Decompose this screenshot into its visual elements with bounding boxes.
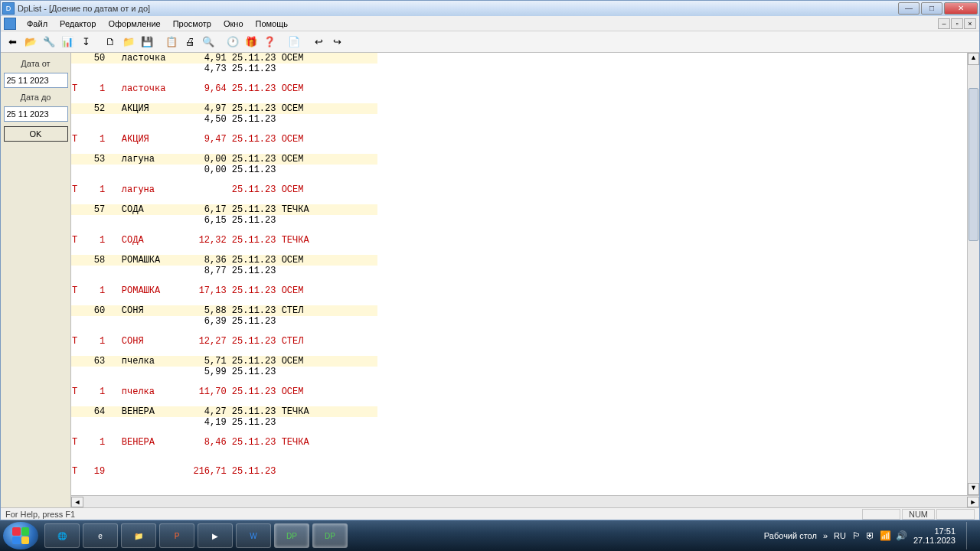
report-row: 63 пчелка 5,71 25.11.23 ОСЕМ xyxy=(71,356,377,367)
report-row: 0,00 25.11.23 xyxy=(71,165,377,175)
report-row: 53 лагуна 0,00 25.11.23 ОСЕМ xyxy=(71,154,377,165)
report-row: 50 ласточка 4,91 25.11.23 ОСЕМ xyxy=(71,53,377,64)
taskbar-word[interactable]: W xyxy=(236,523,271,548)
report-row: 8,77 25.11.23 xyxy=(71,266,377,276)
date-from-label: Дата от xyxy=(21,59,50,68)
app-icon: D xyxy=(2,2,15,15)
report-row: 58 РОМАШКА 8,36 25.11.23 ОСЕМ xyxy=(71,255,377,266)
status-help-text: For Help, press F1 xyxy=(5,510,75,519)
scroll-right-button[interactable]: ► xyxy=(967,497,979,507)
taskbar-chrome[interactable]: 🌐 xyxy=(44,523,80,548)
toolbar-btn-3[interactable]: 📊 xyxy=(59,34,76,51)
taskbar-explorer[interactable]: 📁 xyxy=(121,523,156,548)
tray-flag-icon[interactable]: 🏳 xyxy=(852,530,861,541)
report-row: Т 1 СОДА 12,32 25.11.23 ТЕЧКА xyxy=(71,235,377,246)
report-row: Т 1 РОМАШКА 17,13 25.11.23 ОСЕМ xyxy=(71,285,377,296)
report-row: Т 19 216,71 25.11.23 xyxy=(71,466,377,477)
titlebar: D DpList - [Доение по датам от и до] — □… xyxy=(1,1,979,16)
system-tray: Рабочий стол » RU 🏳 ⛨ 📶 🔊 17:51 27.11.20… xyxy=(764,522,977,549)
toolbar-btn-21[interactable]: ↪ xyxy=(328,34,345,51)
menu-5[interactable]: Помощь xyxy=(250,18,295,30)
taskbar-powerpoint[interactable]: P xyxy=(159,523,194,548)
report-area[interactable]: 50 ласточка 4,91 25.11.23 ОСЕМ 4,73 25.1… xyxy=(71,53,967,495)
mdi-restore-button[interactable]: ▫ xyxy=(951,18,963,29)
tray-desktop-label[interactable]: Рабочий стол xyxy=(764,531,817,540)
report-row: 64 ВЕНЕРА 4,27 25.11.23 ТЕЧКА xyxy=(71,406,377,417)
report-row: 57 СОДА 6,17 25.11.23 ТЕЧКА xyxy=(71,204,377,215)
horizontal-scrollbar[interactable]: ◄ ► xyxy=(71,495,979,507)
taskbar-ie[interactable]: e xyxy=(83,523,118,548)
report-row: Т 1 пчелка 11,70 25.11.23 ОСЕМ xyxy=(71,386,377,397)
toolbar-btn-12[interactable]: 🔍 xyxy=(200,34,217,51)
filter-sidebar: Дата от Дата до OK xyxy=(1,53,71,507)
report-row: Т 1 ВЕНЕРА 8,46 25.11.23 ТЕЧКА xyxy=(71,437,377,448)
ok-button[interactable]: OK xyxy=(4,126,68,142)
toolbar-btn-1[interactable]: 📂 xyxy=(22,34,39,51)
menu-4[interactable]: Окно xyxy=(217,18,250,30)
taskbar-dplist-2[interactable]: DP xyxy=(312,523,348,548)
taskbar-dplist-1[interactable]: DP xyxy=(274,523,309,548)
menubar: ФайлРедакторОформлениеПросмотрОкноПомощь… xyxy=(1,16,979,31)
date-from-input[interactable] xyxy=(4,73,68,88)
statusbar: For Help, press F1 NUM xyxy=(1,507,979,520)
toolbar-btn-15[interactable]: 🎁 xyxy=(243,34,260,51)
app-window: D DpList - [Доение по датам от и до] — □… xyxy=(0,0,980,520)
taskbar: 🌐 e 📁 P ▶ W DP DP Рабочий стол » RU 🏳 ⛨ … xyxy=(0,520,980,551)
toolbar-btn-7[interactable]: 📁 xyxy=(120,34,137,51)
window-title: DpList - [Доение по датам от и до] xyxy=(18,4,898,13)
report-row: 60 СОНЯ 5,88 25.11.23 СТЕЛ xyxy=(71,305,377,316)
toolbar-btn-18[interactable]: 📄 xyxy=(286,34,302,51)
tray-volume-icon[interactable]: 🔊 xyxy=(896,530,907,541)
tray-network-icon[interactable]: 📶 xyxy=(880,530,891,541)
taskbar-mediaplayer[interactable]: ▶ xyxy=(198,523,233,548)
report-row: Т 1 СОНЯ 12,27 25.11.23 СТЕЛ xyxy=(71,336,377,347)
toolbar-btn-20[interactable]: ↩ xyxy=(310,34,327,51)
report-row: Т 1 лагуна 25.11.23 ОСЕМ xyxy=(71,184,377,195)
toolbar-btn-8[interactable]: 💾 xyxy=(139,34,155,51)
toolbar-btn-6[interactable]: 🗋 xyxy=(102,34,119,51)
toolbar-btn-11[interactable]: 🖨 xyxy=(181,34,198,51)
report-row: 6,15 25.11.23 xyxy=(71,215,377,226)
report-row: Т 1 ласточка 9,64 25.11.23 ОСЕМ xyxy=(71,83,377,94)
maximize-button[interactable]: □ xyxy=(921,2,942,15)
menu-3[interactable]: Просмотр xyxy=(167,18,217,30)
menu-0[interactable]: Файл xyxy=(21,18,54,30)
menu-2[interactable]: Оформление xyxy=(102,18,166,30)
minimize-button[interactable]: — xyxy=(898,2,920,15)
toolbar-btn-4[interactable]: ↧ xyxy=(77,34,94,51)
report-row: 6,39 25.11.23 xyxy=(71,316,377,327)
date-to-input[interactable] xyxy=(4,106,68,122)
report-row: 4,50 25.11.23 xyxy=(71,114,377,125)
report-row: 52 АКЦИЯ 4,97 25.11.23 ОСЕМ xyxy=(71,103,377,114)
status-num: NUM xyxy=(902,509,935,520)
scroll-up-button[interactable]: ▲ xyxy=(968,53,979,65)
mdi-minimize-button[interactable]: – xyxy=(938,18,950,29)
client-area: Дата от Дата до OK 50 ласточка 4,91 25.1… xyxy=(1,53,979,507)
toolbar-btn-0[interactable]: ⬅ xyxy=(4,34,21,51)
scroll-down-button[interactable]: ▼ xyxy=(968,483,979,495)
show-desktop-button[interactable] xyxy=(966,522,974,549)
scroll-thumb[interactable] xyxy=(969,88,978,241)
report-row: Т 1 АКЦИЯ 9,47 25.11.23 ОСЕМ xyxy=(71,134,377,145)
toolbar-btn-16[interactable]: ❓ xyxy=(261,34,278,51)
vertical-scrollbar[interactable]: ▲ ▼ xyxy=(967,53,979,495)
tray-date[interactable]: 27.11.2023 xyxy=(913,536,956,545)
toolbar: ⬅📂🔧📊↧🗋📁💾📋🖨🔍🕐🎁❓📄↩↪ xyxy=(1,31,979,53)
tray-shield-icon[interactable]: ⛨ xyxy=(866,530,875,541)
toolbar-btn-10[interactable]: 📋 xyxy=(163,34,180,51)
scroll-left-button[interactable]: ◄ xyxy=(71,497,83,507)
tray-time[interactable]: 17:51 xyxy=(913,527,956,536)
toolbar-btn-14[interactable]: 🕐 xyxy=(224,34,241,51)
mdi-close-button[interactable]: × xyxy=(964,18,976,29)
menu-1[interactable]: Редактор xyxy=(54,18,102,30)
start-button[interactable] xyxy=(3,522,38,549)
mdi-icon[interactable] xyxy=(4,18,16,30)
report-row: 4,19 25.11.23 xyxy=(71,417,377,428)
date-to-label: Дата до xyxy=(21,93,51,102)
toolbar-btn-2[interactable]: 🔧 xyxy=(41,34,57,51)
report-row: 5,99 25.11.23 xyxy=(71,367,377,377)
tray-language[interactable]: RU xyxy=(834,531,846,540)
close-button[interactable]: ✕ xyxy=(944,2,978,15)
report-row: 4,73 25.11.23 xyxy=(71,64,377,74)
